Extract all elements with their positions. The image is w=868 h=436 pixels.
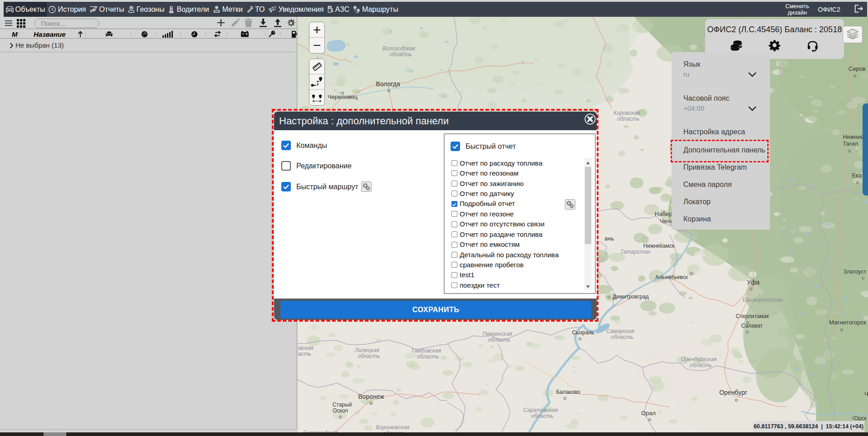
svg-text:область: область: [390, 51, 412, 58]
svg-text:Златоуст: Златоуст: [843, 269, 866, 275]
svg-text:Нижнекамск: Нижнекамск: [643, 243, 675, 249]
svg-text:область: область: [611, 334, 633, 340]
svg-text:Кировская: Кировская: [613, 110, 640, 116]
svg-text:Башкортостан: Башкортостан: [742, 297, 783, 303]
svg-text:Татарстан: Татарстан: [620, 249, 650, 255]
svg-text:область: область: [417, 353, 439, 360]
svg-text:ласть: ласть: [298, 351, 311, 357]
svg-text:ань: ань: [604, 235, 614, 242]
svg-text:Вологодская: Вологодская: [383, 45, 415, 52]
svg-text:Вологда: Вологда: [376, 80, 400, 88]
svg-text:Тамбовская: Тамбовская: [411, 348, 441, 354]
svg-text:Димитровград: Димитровград: [613, 294, 649, 300]
svg-text:Че: Че: [864, 391, 868, 397]
svg-text:Тагил: Тагил: [843, 140, 858, 147]
svg-text:область: область: [690, 362, 712, 368]
svg-text:область: область: [488, 337, 510, 343]
svg-text:Магнитогорск: Магнитогорск: [829, 319, 866, 326]
svg-text:Альметьевск: Альметьевск: [655, 274, 688, 280]
svg-text:область: область: [531, 413, 554, 419]
svg-text:Сызрань: Сызрань: [572, 329, 594, 336]
svg-text:Нижний: Нижний: [843, 133, 864, 140]
svg-text:область: область: [358, 353, 380, 359]
svg-text:Воронежская: Воронежская: [376, 424, 410, 431]
svg-text:Оренбург: Оренбург: [719, 389, 747, 396]
svg-text:Орск: Орск: [854, 415, 867, 421]
svg-text:Балаково: Балаково: [556, 389, 580, 395]
svg-text:Набер: Набер: [655, 211, 672, 217]
svg-text:Череповец: Череповец: [328, 93, 358, 100]
svg-text:Стерлитамак: Стерлитамак: [736, 313, 770, 319]
svg-text:Старый: Старый: [333, 402, 352, 408]
svg-text:Самарская: Самарская: [606, 328, 634, 334]
svg-text:Саратовская: Саратовская: [523, 407, 558, 413]
svg-text:овская: овская: [298, 345, 314, 351]
svg-text:область: область: [618, 116, 640, 122]
svg-text:Воронеж: Воронеж: [358, 393, 384, 400]
svg-text:Оскол: Оскол: [333, 407, 348, 414]
svg-text:Серов: Серов: [848, 65, 866, 72]
svg-text:Оренбургская: Оренбургская: [681, 356, 717, 363]
svg-text:Пензенская: Пензенская: [482, 331, 512, 337]
svg-text:Орал: Орал: [641, 410, 656, 416]
svg-text:Липецкая: Липецкая: [354, 347, 379, 353]
svg-text:Салават: Салават: [741, 323, 763, 329]
svg-text:Уфа: Уфа: [747, 279, 760, 286]
